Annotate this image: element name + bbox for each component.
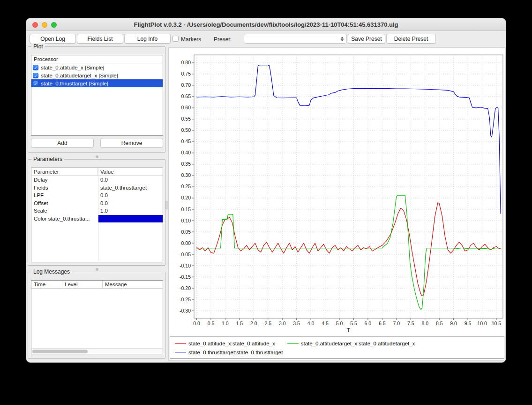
level-column-header[interactable]: Level: [62, 281, 103, 288]
titlebar[interactable]: FlightPlot v.0.3.2 - /Users/oleg/Documen…: [26, 18, 506, 31]
series-checkbox[interactable]: ✓: [33, 65, 38, 70]
split-divider-handle[interactable]: [96, 155, 98, 158]
x-tick-label: 6.0: [365, 321, 372, 326]
y-tick-label: -0.20: [180, 285, 191, 291]
plot-panel: Plot Processor ✓state_0.attitude_x [Simp…: [28, 46, 165, 153]
x-tick-label: 9.0: [450, 321, 457, 326]
parameter-row[interactable]: Scale1.0: [31, 207, 163, 215]
log-table-header[interactable]: Time Level Message: [31, 281, 163, 289]
parameter-row[interactable]: Delay0.0: [31, 176, 163, 184]
add-series-button[interactable]: Add: [31, 138, 94, 148]
y-tick-label: -0.10: [180, 263, 191, 268]
series-line-state_0.thrusttarget: [197, 65, 501, 214]
markers-label: Markers: [181, 36, 201, 43]
horizontal-scrollbar[interactable]: [31, 348, 163, 354]
traffic-lights: [32, 22, 57, 28]
save-preset-button[interactable]: Save Preset: [348, 34, 385, 44]
chart-legend: state_0.attitude_x:state_0.attitude_xsta…: [170, 336, 504, 359]
parameters-table-header[interactable]: Parameter Value: [31, 168, 163, 176]
split-divider-handle[interactable]: [96, 268, 98, 271]
parameter-row[interactable]: Color state_0.thrustta...: [31, 215, 163, 223]
plot-series-row[interactable]: ✓state_0.thrusttarget [Simple]: [31, 79, 163, 87]
value-column-header[interactable]: Value: [98, 168, 163, 176]
plot-series-list: ✓state_0.attitude_x [Simple]✓state_0.att…: [31, 63, 163, 87]
series-label: state_0.thrusttarget [Simple]: [41, 81, 108, 86]
parameter-row[interactable]: Fieldsstate_0.thrusttarget: [31, 184, 163, 192]
series-checkbox[interactable]: ✓: [33, 73, 38, 78]
x-tick-label: 3.0: [279, 321, 286, 326]
log-messages-table: Time Level Message: [31, 280, 163, 354]
parameters-panel-title: Parameters: [31, 156, 64, 162]
plot-table-header[interactable]: Processor: [31, 55, 163, 63]
plot-series-table: Processor ✓state_0.attitude_x [Simple]✓s…: [31, 55, 163, 136]
minimize-window-button[interactable]: [42, 22, 47, 28]
legend-label: state_0.attitudetarget_x:state_0.attitud…: [301, 341, 415, 346]
y-tick-label: 0.80: [181, 60, 191, 65]
log-info-button[interactable]: Log Info: [124, 34, 171, 44]
plot-series-row[interactable]: ✓state_0.attitudetarget_x [Simple]: [31, 71, 163, 79]
y-tick-label: 0.50: [181, 127, 191, 133]
y-tick-label: 0.65: [181, 93, 191, 99]
y-tick-label: -0.05: [180, 252, 191, 257]
y-tick-label: 0.15: [181, 206, 191, 212]
x-tick-label: 1.0: [222, 321, 229, 326]
vertical-split-handle[interactable]: [165, 201, 168, 209]
x-tick-label: 10.0: [477, 321, 487, 326]
plot-panel-title: Plot: [31, 43, 45, 50]
y-tick-label: 0.05: [181, 229, 191, 235]
parameter-name-cell: Fields: [31, 185, 98, 191]
parameters-rows: Delay0.0Fieldsstate_0.thrusttargetLPF0.0…: [31, 176, 163, 222]
markers-checkbox[interactable]: [172, 36, 179, 42]
y-tick-label: 0.30: [181, 172, 191, 178]
series-checkbox[interactable]: ✓: [33, 81, 38, 86]
processor-column-header[interactable]: Processor: [31, 55, 163, 63]
y-tick-label: 0.40: [181, 150, 191, 155]
plot-series-row[interactable]: ✓state_0.attitude_x [Simple]: [31, 63, 163, 71]
y-tick-label: 0.60: [181, 105, 191, 110]
y-tick-label: 0.25: [181, 183, 191, 189]
legend-label: state_0.thrusttarget:state_0.thrusttarge…: [188, 350, 283, 355]
time-column-header[interactable]: Time: [31, 281, 62, 288]
color-swatch[interactable]: [98, 215, 163, 223]
x-tick-label: 5.0: [336, 321, 343, 326]
parameters-panel: Parameters Parameter Value Delay0.0Field…: [28, 159, 165, 266]
x-tick-label: 4.0: [307, 321, 315, 326]
parameter-value-cell[interactable]: 0.0: [98, 191, 163, 199]
x-tick-label: 4.5: [322, 321, 329, 326]
y-tick-label: 0.35: [181, 161, 191, 167]
y-tick-label: -0.30: [180, 308, 191, 313]
series-line-state_0.attitudetarget_x: [197, 195, 501, 310]
close-window-button[interactable]: [32, 22, 38, 28]
y-tick-label: 0.75: [181, 71, 191, 76]
parameter-name-cell: LPF: [31, 192, 98, 198]
x-axis-label: T: [347, 327, 351, 334]
x-tick-label: 6.5: [379, 321, 386, 326]
parameter-row[interactable]: LPF0.0: [31, 191, 163, 199]
legend-line-sample: [175, 343, 186, 344]
x-tick-label: 1.5: [236, 321, 243, 326]
flightplot-window: FlightPlot v.0.3.2 - /Users/oleg/Documen…: [26, 18, 506, 363]
preset-label: Preset:: [214, 36, 232, 43]
x-tick-label: 2.0: [250, 321, 257, 326]
y-tick-label: -0.15: [180, 274, 191, 280]
parameter-value-cell[interactable]: 1.0: [98, 207, 163, 215]
parameter-column-header[interactable]: Parameter: [31, 168, 98, 176]
series-line-state_0.attitude_x: [197, 203, 501, 296]
fields-list-button[interactable]: Fields List: [77, 34, 123, 44]
legend-row: state_0.attitude_x:state_0.attitude_xsta…: [175, 339, 499, 348]
timeseries-chart[interactable]: 0.800.750.700.650.600.550.500.450.400.35…: [169, 48, 505, 335]
message-column-header[interactable]: Message: [103, 281, 163, 288]
parameter-value-cell[interactable]: 0.0: [98, 176, 163, 184]
x-tick-label: 8.0: [421, 321, 428, 326]
preset-combobox[interactable]: [244, 34, 347, 44]
remove-series-button[interactable]: Remove: [100, 138, 163, 148]
x-tick-label: 10.5: [492, 321, 502, 326]
open-log-button[interactable]: Open Log: [30, 34, 76, 44]
parameter-value-cell[interactable]: state_0.thrusttarget: [98, 184, 163, 192]
zoom-window-button[interactable]: [51, 22, 57, 28]
delete-preset-button[interactable]: Delete Preset: [386, 34, 436, 44]
parameter-name-cell: Color state_0.thrustta...: [31, 216, 98, 222]
parameter-value-cell[interactable]: 0.0: [98, 199, 163, 207]
scrollbar-thumb[interactable]: [32, 350, 88, 353]
parameter-row[interactable]: Offset0.0: [31, 199, 163, 207]
